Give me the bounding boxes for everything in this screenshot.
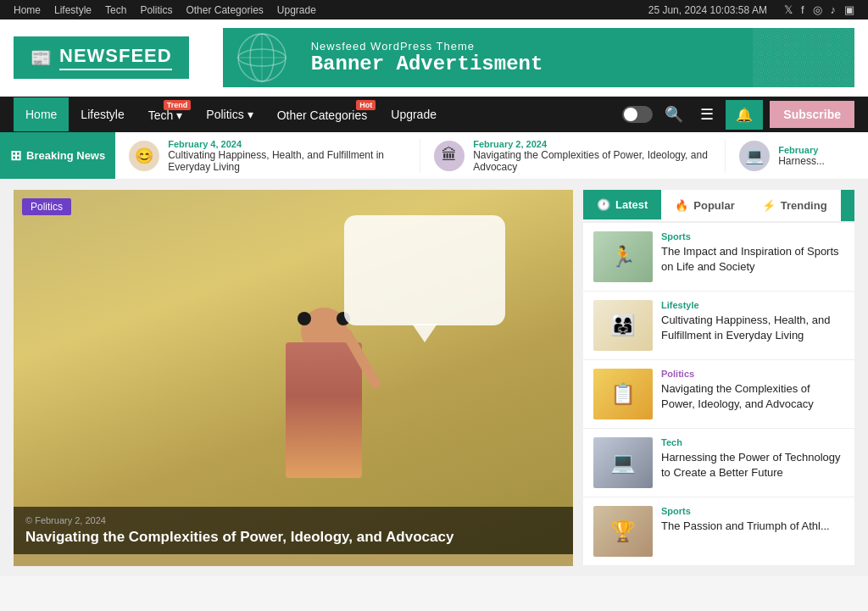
breaking-content-1: February 4, 2024 Cultivating Happiness, … [168, 139, 406, 173]
trend-badge: Trend [164, 100, 192, 110]
featured-title: Navigating the Complexities of Power, Id… [25, 529, 561, 546]
search-button[interactable]: 🔍 [659, 102, 688, 127]
article-thumb-4: 🏆 [593, 506, 653, 557]
featured-date: © February 2, 2024 [25, 515, 561, 525]
speech-bubble [344, 215, 505, 325]
breaking-item-2[interactable]: 🏛 February 2, 2024 Navigating the Comple… [420, 139, 726, 173]
featured-article[interactable]: Politics © Februa [14, 190, 573, 566]
facebook-icon[interactable]: f [801, 3, 804, 16]
top-nav: Home Lifestyle Tech Politics Other Categ… [14, 4, 316, 16]
article-title-1: Cultivating Happiness, Health, and Fulfi… [661, 313, 844, 343]
featured-image: Politics © Februa [14, 190, 573, 554]
topnav-other[interactable]: Other Categories [186, 4, 263, 16]
tab-latest[interactable]: 🕐 Latest [583, 190, 661, 221]
nav-tech[interactable]: Tech Trend ▾ [136, 97, 195, 132]
breaking-avatar-1: 😊 [129, 141, 159, 171]
article-info-0: Sports The Impact and Inspiration of Spo… [661, 231, 844, 282]
article-info-2: Politics Navigating the Complexities of … [661, 369, 844, 419]
sidebar-article-2[interactable]: 📋 Politics Navigating the Complexities o… [583, 360, 854, 429]
breaking-title-2: Navigating the Complexities of Power, Id… [473, 149, 711, 173]
article-thumb-3: 💻 [593, 437, 653, 488]
logo-text: NEWSFEED [59, 45, 172, 70]
topnav-lifestyle[interactable]: Lifestyle [54, 4, 92, 16]
breaking-items: 😊 February 4, 2024 Cultivating Happiness… [115, 132, 868, 179]
article-category-4: Sports [661, 506, 830, 516]
trending-icon: ⚡ [762, 199, 776, 212]
sidebar-article-4[interactable]: 🏆 Sports The Passion and Triumph of Athl… [583, 497, 854, 566]
twitter-icon[interactable]: 𝕏 [784, 3, 793, 16]
banner-ad[interactable]: Newsfeed WordPress Theme Banner Advertis… [223, 28, 854, 87]
bubble-tail [412, 324, 437, 342]
sidebar-article-0[interactable]: 🏃 Sports The Impact and Inspiration of S… [583, 223, 854, 292]
article-info-3: Tech Harnessing the Power of Technology … [661, 437, 844, 488]
tab-trending[interactable]: ⚡ Trending [748, 190, 841, 221]
article-title-4: The Passion and Triumph of Athl... [661, 519, 830, 534]
tiktok-icon[interactable]: ♪ [831, 3, 837, 16]
instagram-icon[interactable]: ◎ [813, 3, 822, 16]
top-right: 25 Jun, 2024 10:03:58 AM 𝕏 f ◎ ♪ ▣ [648, 3, 854, 16]
topnav-upgrade[interactable]: Upgrade [277, 4, 316, 16]
main-nav: Home Lifestyle Tech Trend ▾ Politics ▾ O… [0, 97, 868, 132]
breaking-date-3: February [778, 145, 825, 155]
breaking-item[interactable]: 😊 February 4, 2024 Cultivating Happiness… [115, 139, 420, 173]
featured-tag: Politics [22, 198, 71, 215]
article-thumb-0: 🏃 [593, 231, 653, 282]
top-bar: Home Lifestyle Tech Politics Other Categ… [0, 0, 868, 19]
music-icon[interactable]: ▣ [844, 3, 854, 16]
breaking-date-2: February 2, 2024 [473, 139, 711, 149]
banner-dots [753, 28, 854, 87]
header: 📰 NEWSFEED Newsfeed WordPress Theme Bann… [0, 19, 868, 97]
breaking-avatar-3: 💻 [739, 141, 770, 171]
article-info-4: Sports The Passion and Triumph of Athl..… [661, 506, 830, 557]
topnav-tech[interactable]: Tech [105, 4, 126, 16]
article-thumb-1: 👨‍👩‍👧 [593, 300, 653, 351]
main-content: Politics © Februa [0, 180, 868, 576]
article-category-1: Lifestyle [661, 300, 844, 310]
article-title-2: Navigating the Complexities of Power, Id… [661, 381, 844, 412]
ad-text: Newsfeed WordPress Theme Banner Advertis… [243, 40, 834, 75]
latest-icon: 🕐 [597, 198, 610, 211]
article-info-1: Lifestyle Cultivating Happiness, Health,… [661, 300, 844, 351]
article-title-3: Harnessing the Power of Technology to Cr… [661, 450, 844, 480]
breaking-content-3: February Harness... [778, 145, 825, 167]
toggle-knob [624, 108, 637, 121]
breaking-content-2: February 2, 2024 Navigating the Complexi… [473, 139, 711, 173]
breaking-title-1: Cultivating Happiness, Health, and Fulfi… [168, 149, 406, 173]
nav-other[interactable]: Other Categories Hot [265, 97, 380, 132]
breaking-news-bar: ⊞ Breaking News 😊 February 4, 2024 Culti… [0, 132, 868, 180]
topnav-home[interactable]: Home [14, 4, 41, 16]
dark-mode-toggle[interactable] [622, 106, 653, 123]
grid-icon: ⊞ [10, 147, 21, 164]
article-category-2: Politics [661, 369, 844, 379]
breaking-avatar-2: 🏛 [434, 141, 465, 171]
sidebar: 🕐 Latest 🔥 Popular ⚡ Trending 🏃 Sports T… [583, 190, 854, 566]
nav-politics[interactable]: Politics ▾ [194, 97, 264, 131]
sidebar-articles: 🏃 Sports The Impact and Inspiration of S… [583, 223, 854, 566]
sidebar-article-3[interactable]: 💻 Tech Harnessing the Power of Technolog… [583, 429, 854, 497]
menu-button[interactable]: ☰ [695, 102, 719, 127]
tab-popular[interactable]: 🔥 Popular [661, 190, 748, 221]
breaking-label: ⊞ Breaking News [0, 132, 115, 179]
globe-icon [236, 32, 287, 83]
datetime: 25 Jun, 2024 10:03:58 AM [648, 4, 767, 16]
nav-lifestyle[interactable]: Lifestyle [69, 97, 136, 131]
person-figure [286, 308, 362, 503]
breaking-item-3[interactable]: 💻 February Harness... [726, 141, 868, 171]
subscribe-button[interactable]: Subscribe [770, 101, 854, 128]
article-category-3: Tech [661, 437, 844, 447]
popular-icon: 🔥 [675, 199, 688, 212]
article-category-0: Sports [661, 231, 844, 242]
logo[interactable]: 📰 NEWSFEED [14, 36, 189, 79]
hot-badge: Hot [356, 100, 376, 110]
notify-button[interactable]: 🔔 [726, 100, 763, 130]
article-title-0: The Impact and Inspiration of Sports on … [661, 244, 844, 275]
nav-home[interactable]: Home [14, 97, 69, 131]
sidebar-tabs: 🕐 Latest 🔥 Popular ⚡ Trending [583, 190, 854, 223]
breaking-title-3: Harness... [778, 155, 825, 167]
logo-icon: 📰 [31, 47, 53, 68]
article-thumb-2: 📋 [593, 369, 653, 419]
featured-caption: © February 2, 2024 Navigating the Comple… [14, 507, 573, 554]
nav-upgrade[interactable]: Upgrade [379, 97, 448, 131]
topnav-politics[interactable]: Politics [140, 4, 172, 16]
sidebar-article-1[interactable]: 👨‍👩‍👧 Lifestyle Cultivating Happiness, H… [583, 292, 854, 360]
